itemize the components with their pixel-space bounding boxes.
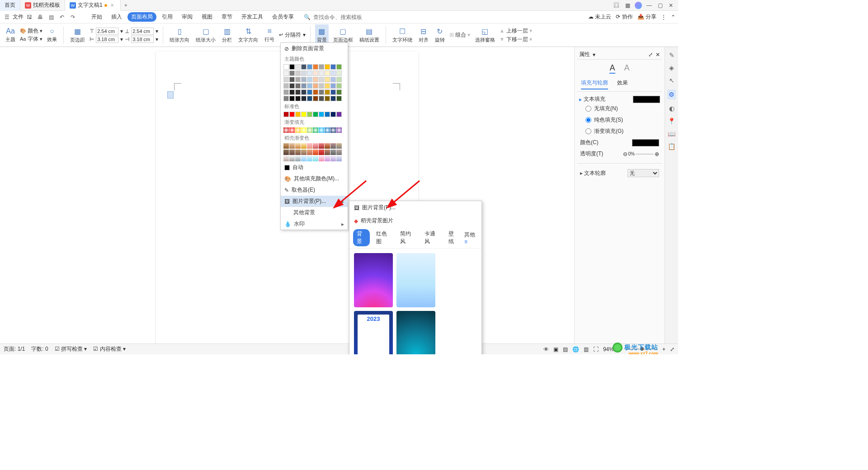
radio-gradient[interactable]: 渐变填充(G)	[579, 126, 660, 137]
apps-icon[interactable]: ▦	[624, 2, 631, 9]
tab-template[interactable]: W 找稻壳模板	[20, 0, 65, 11]
margin-button[interactable]: ▦页边距	[68, 24, 87, 46]
paper-button[interactable]: ▤稿纸设置	[358, 24, 381, 46]
tool-clipboard-icon[interactable]: 📋	[668, 143, 675, 150]
tab-member[interactable]: 会员专享	[269, 12, 297, 22]
tab-document[interactable]: W 文字文稿1 ×	[65, 0, 121, 11]
zoom-in-button[interactable]: +	[662, 346, 665, 352]
redo-icon[interactable]: ↷	[69, 13, 77, 21]
orient-button[interactable]: ▯纸张方向	[168, 24, 191, 46]
view-outline-icon[interactable]: ▥	[584, 346, 589, 352]
contentcheck-toggle[interactable]: ☑ 内容检查 ▾	[93, 345, 126, 353]
undo-icon[interactable]: ↶	[58, 13, 66, 21]
color-swatch[interactable]	[283, 64, 289, 70]
cat-other[interactable]: 其他 ≡	[464, 231, 478, 245]
fullscreen-icon[interactable]: ⤢	[670, 346, 675, 352]
font-button[interactable]: Aa 字体 ▾	[20, 35, 42, 43]
trans-minus[interactable]: ⊖	[623, 151, 627, 157]
tab-review[interactable]: 审阅	[178, 12, 196, 22]
view-focus-icon[interactable]: ▣	[553, 346, 558, 352]
color-button[interactable]: 🎨 颜色 ▾	[20, 27, 42, 35]
bg-thumb-4[interactable]	[396, 311, 435, 354]
tab-layout[interactable]: 页面布局	[127, 12, 156, 22]
menu-icon[interactable]: ☰	[3, 13, 11, 21]
minimize-button[interactable]: —	[646, 2, 653, 9]
panel-close-button[interactable]: ✕	[656, 52, 660, 58]
text-fill-section[interactable]: ▸ 文本填充	[579, 95, 660, 103]
tab-close-button[interactable]: ×	[109, 2, 116, 9]
effect-button[interactable]: ○效果	[45, 24, 59, 46]
theme-button[interactable]: Aa主题	[4, 24, 17, 46]
view-eye-icon[interactable]: 👁	[543, 346, 549, 352]
auto-color-item[interactable]: 自动	[281, 162, 348, 173]
bg-thumb-3[interactable]: 2023	[354, 311, 393, 354]
tab-view[interactable]: 视图	[198, 12, 216, 22]
margin-right-input[interactable]	[131, 36, 154, 43]
save-icon[interactable]: 🖫	[25, 13, 33, 21]
margin-left-input[interactable]	[96, 36, 118, 43]
share-button[interactable]: 📤 分享	[637, 13, 656, 21]
more-icon[interactable]: ⋮	[661, 14, 666, 20]
preview-icon[interactable]: ▤	[47, 13, 55, 21]
cloud-status[interactable]: ☁ 未上云	[588, 13, 611, 21]
margin-top-input[interactable]	[96, 28, 118, 35]
pane-button[interactable]: ◱选择窗格	[473, 24, 497, 46]
panel-tab-effect[interactable]: A	[624, 63, 630, 74]
search-box[interactable]: 🔍	[304, 14, 368, 20]
collapse-ribbon-icon[interactable]: ⌃	[671, 14, 675, 20]
outline-select[interactable]: 无	[627, 169, 659, 177]
tab-start[interactable]: 开始	[88, 12, 106, 22]
print-icon[interactable]: 🖶	[36, 13, 44, 21]
margin-bottom-input[interactable]	[131, 28, 154, 35]
size-button[interactable]: ▢纸张大小	[194, 24, 217, 46]
text-outline-section[interactable]: ▸ 文本轮廓无	[579, 167, 660, 179]
tab-add-button[interactable]: +	[121, 2, 131, 9]
watermark-item[interactable]: 💧水印▸	[281, 218, 348, 230]
view-print-icon[interactable]: ▤	[563, 346, 568, 352]
cat-red[interactable]: 红色图	[373, 229, 394, 246]
color-picker[interactable]	[632, 139, 659, 146]
tool-select-icon[interactable]: ↖	[669, 77, 675, 84]
cat-bg[interactable]: 背景	[353, 229, 370, 246]
tab-home[interactable]: 首页	[0, 0, 20, 11]
reading-mode-icon[interactable]: ⿴	[613, 2, 620, 9]
tab-dev[interactable]: 开发工具	[238, 12, 267, 22]
search-input[interactable]	[313, 14, 368, 20]
zoom-fit-icon[interactable]: ⛶	[593, 346, 599, 352]
align-button[interactable]: ⊟对齐	[417, 24, 430, 46]
rotate-button[interactable]: ↻旋转	[433, 24, 447, 46]
transparency-slider[interactable]	[636, 154, 654, 155]
tab-chapter[interactable]: 章节	[218, 12, 236, 22]
maximize-button[interactable]: ▢	[656, 2, 664, 9]
user-icon[interactable]	[635, 2, 642, 9]
file-menu[interactable]: 文件	[13, 13, 24, 21]
spellcheck-toggle[interactable]: ☑ 拼写检查 ▾	[55, 345, 87, 353]
tab-insert[interactable]: 插入	[108, 12, 126, 22]
bg-thumb-2[interactable]	[396, 253, 435, 307]
columns-button[interactable]: ▥分栏	[220, 24, 234, 46]
cat-wall[interactable]: 壁纸	[445, 229, 462, 246]
lineno-button[interactable]: ≡行号	[263, 24, 276, 46]
panel-tab-text[interactable]: A	[609, 63, 615, 74]
breaks-button[interactable]: ↵ 分隔符 ▾	[279, 31, 306, 39]
cat-simple[interactable]: 简约风	[396, 229, 418, 246]
tool-read-icon[interactable]: 📖	[668, 130, 675, 137]
radio-solid[interactable]: 纯色填充(S)	[579, 114, 660, 126]
page-count[interactable]: 页面: 1/1	[4, 345, 25, 353]
tab-ref[interactable]: 引用	[158, 12, 176, 22]
delete-bg-item[interactable]: ⊘删除页面背景	[281, 43, 348, 54]
view-web-icon[interactable]: 🌐	[572, 346, 579, 352]
panel-pin-icon[interactable]: ⤢	[648, 52, 653, 58]
subtab-effect[interactable]: 效果	[617, 79, 628, 89]
subtab-fill[interactable]: 填充与轮廓	[581, 79, 608, 89]
tool-shape-icon[interactable]: ◐	[669, 105, 675, 112]
close-button[interactable]: ✕	[667, 2, 675, 9]
tool-settings-icon[interactable]: ⚙	[667, 89, 676, 99]
textdir-button[interactable]: ⇅文字方向	[236, 24, 260, 46]
radio-nofill[interactable]: 无填充(N)	[579, 103, 660, 114]
tool-style-icon[interactable]: ◈	[669, 64, 674, 71]
bg-thumb-1[interactable]	[354, 253, 393, 307]
word-count[interactable]: 字数: 0	[31, 345, 48, 353]
cat-cartoon[interactable]: 卡通风	[421, 229, 442, 246]
tool-location-icon[interactable]: 📍	[668, 118, 675, 125]
